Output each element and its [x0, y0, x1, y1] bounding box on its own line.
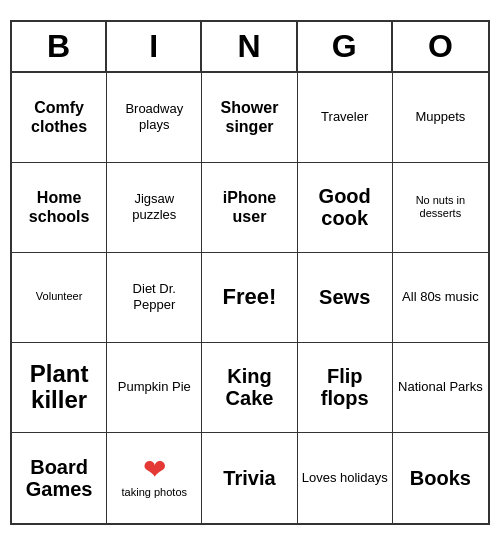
- cell-0-text: Comfy clothes: [16, 98, 102, 136]
- cell-4-text: Muppets: [415, 109, 465, 125]
- cell-23[interactable]: Loves holidays: [298, 433, 393, 523]
- bingo-card: B I N G O Comfy clothes Broadway plays S…: [10, 20, 490, 525]
- cell-21[interactable]: ❤ taking photos: [107, 433, 202, 523]
- cell-10-text: Volunteer: [36, 290, 82, 303]
- bingo-grid: Comfy clothes Broadway plays Shower sing…: [12, 73, 488, 523]
- cell-20-text: Board Games: [16, 456, 102, 500]
- cell-13[interactable]: Sews: [298, 253, 393, 343]
- cell-5[interactable]: Home schools: [12, 163, 107, 253]
- cell-18-text: Flip flops: [302, 365, 388, 409]
- cell-5-text: Home schools: [16, 188, 102, 226]
- cell-15[interactable]: Plant killer: [12, 343, 107, 433]
- cell-2[interactable]: Shower singer: [202, 73, 297, 163]
- cell-11[interactable]: Diet Dr. Pepper: [107, 253, 202, 343]
- cell-20[interactable]: Board Games: [12, 433, 107, 523]
- header-n: N: [202, 22, 297, 71]
- cell-19[interactable]: National Parks: [393, 343, 488, 433]
- cell-13-text: Sews: [319, 286, 370, 308]
- cell-16-text: Pumpkin Pie: [118, 379, 191, 395]
- cell-14-text: All 80s music: [402, 289, 479, 305]
- cell-17-text: King Cake: [206, 365, 292, 409]
- header-b: B: [12, 22, 107, 71]
- cell-2-text: Shower singer: [206, 98, 292, 136]
- cell-21-text: taking photos: [122, 486, 187, 499]
- cell-9-text: No nuts in desserts: [397, 194, 484, 220]
- cell-16[interactable]: Pumpkin Pie: [107, 343, 202, 433]
- cell-10[interactable]: Volunteer: [12, 253, 107, 343]
- cell-1-text: Broadway plays: [111, 101, 197, 132]
- cell-12-text: Free!: [223, 284, 277, 310]
- header-g: G: [298, 22, 393, 71]
- cell-7-text: iPhone user: [206, 188, 292, 226]
- cell-22[interactable]: Trivia: [202, 433, 297, 523]
- cell-3-text: Traveler: [321, 109, 368, 125]
- header-i: I: [107, 22, 202, 71]
- bingo-header: B I N G O: [12, 22, 488, 73]
- cell-7[interactable]: iPhone user: [202, 163, 297, 253]
- cell-15-text: Plant killer: [16, 361, 102, 414]
- header-o: O: [393, 22, 488, 71]
- cell-8-text: Good cook: [302, 185, 388, 229]
- cell-12-free[interactable]: Free!: [202, 253, 297, 343]
- cell-1[interactable]: Broadway plays: [107, 73, 202, 163]
- cell-24[interactable]: Books: [393, 433, 488, 523]
- cell-9[interactable]: No nuts in desserts: [393, 163, 488, 253]
- cell-0[interactable]: Comfy clothes: [12, 73, 107, 163]
- cell-17[interactable]: King Cake: [202, 343, 297, 433]
- cell-6-text: Jigsaw puzzles: [111, 191, 197, 222]
- cell-6[interactable]: Jigsaw puzzles: [107, 163, 202, 253]
- cell-18[interactable]: Flip flops: [298, 343, 393, 433]
- cell-14[interactable]: All 80s music: [393, 253, 488, 343]
- cell-23-text: Loves holidays: [302, 470, 388, 486]
- cell-11-text: Diet Dr. Pepper: [111, 281, 197, 312]
- heart-icon: ❤: [143, 456, 166, 484]
- cell-8[interactable]: Good cook: [298, 163, 393, 253]
- cell-22-text: Trivia: [223, 467, 275, 489]
- cell-19-text: National Parks: [398, 379, 483, 395]
- cell-3[interactable]: Traveler: [298, 73, 393, 163]
- cell-24-text: Books: [410, 467, 471, 489]
- cell-4[interactable]: Muppets: [393, 73, 488, 163]
